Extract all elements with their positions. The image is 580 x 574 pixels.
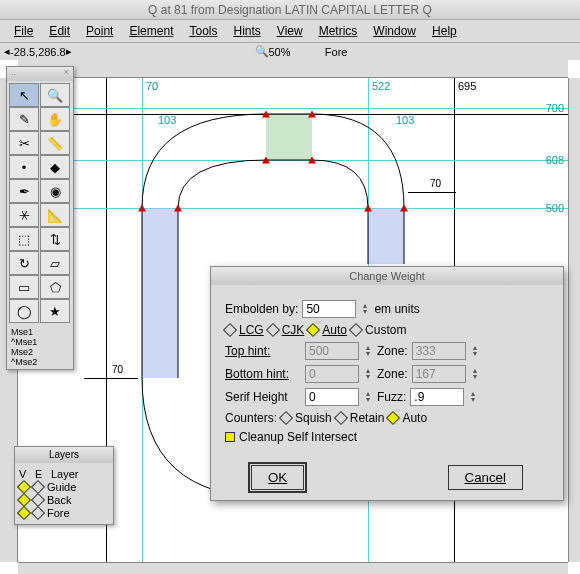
control-point[interactable] [364, 205, 372, 212]
radio-label[interactable]: Squish [295, 411, 332, 425]
menu-metrics[interactable]: Metrics [313, 22, 364, 40]
toolbox-titlebar[interactable]: ..× [7, 67, 73, 81]
menu-hints[interactable]: Hints [228, 22, 267, 40]
menu-file[interactable]: File [8, 22, 39, 40]
freehand-tool[interactable]: ✎ [9, 107, 39, 131]
change-weight-dialog[interactable]: Change Weight Embolden by: ▴▾ em units L… [210, 266, 564, 501]
star-tool[interactable]: ★ [40, 299, 70, 323]
radio-auto[interactable] [306, 323, 320, 337]
scrollbar-horizontal[interactable] [18, 562, 568, 574]
control-point[interactable] [174, 205, 182, 212]
spinner-icon[interactable]: ▴▾ [470, 368, 480, 380]
cleanup-label[interactable]: Cleanup Self Intersect [239, 430, 357, 444]
units-label: em units [374, 302, 419, 316]
embolden-input[interactable] [302, 300, 356, 318]
rotate-tool[interactable]: ↻ [9, 251, 39, 275]
radio-label[interactable]: Auto [402, 411, 427, 425]
spiro-tool[interactable]: ◉ [40, 179, 70, 203]
menu-edit[interactable]: Edit [43, 22, 76, 40]
layers-palette[interactable]: Layers V E Layer Guide Back Fore [14, 446, 114, 525]
ruler-horizontal[interactable] [18, 60, 568, 78]
radio-label[interactable]: Custom [365, 323, 406, 337]
layer-name: Back [47, 494, 71, 506]
pointer-tool[interactable]: ↖ [9, 83, 39, 107]
layers-header: V E Layer [19, 468, 109, 480]
control-point[interactable] [262, 111, 270, 118]
radio-custom[interactable] [349, 323, 363, 337]
magnify-tool[interactable]: 🔍 [40, 83, 70, 107]
measure-tool[interactable]: 📏 [40, 131, 70, 155]
knife-tool[interactable]: ⚹ [9, 203, 39, 227]
poly-tool[interactable]: ⬠ [40, 275, 70, 299]
radio-auto-counter[interactable] [386, 411, 400, 425]
layer-row-fore[interactable]: Fore [19, 507, 109, 519]
add-point-tool[interactable]: • [9, 155, 39, 179]
menubar: File Edit Point Element Tools Hints View… [0, 20, 580, 42]
ruler-tool[interactable]: 📐 [40, 203, 70, 227]
spinner-icon[interactable]: ▴▾ [363, 368, 373, 380]
pen-tool[interactable]: ✒ [9, 179, 39, 203]
embolden-label: Embolden by: [225, 302, 298, 316]
bottom-hint-label: Bottom hint: [225, 367, 301, 381]
spinner-icon[interactable]: ▴▾ [468, 391, 478, 403]
zoom-out-icon[interactable]: 🔍 [255, 45, 269, 58]
top-zone-input [412, 342, 466, 360]
radio-label[interactable]: LCG [239, 323, 264, 337]
radio-label[interactable]: Auto [322, 323, 347, 337]
cut-tool[interactable]: ✂ [9, 131, 39, 155]
layer-name: Fore [47, 507, 70, 519]
zone-label: Zone: [377, 344, 408, 358]
editable-toggle[interactable] [31, 506, 45, 520]
radio-squish[interactable] [279, 411, 293, 425]
control-point[interactable] [138, 205, 146, 212]
rect-tool[interactable]: ▭ [9, 275, 39, 299]
arrow-label: 70 [112, 364, 123, 375]
flip-tool[interactable]: ⇅ [40, 227, 70, 251]
serif-input[interactable] [305, 388, 359, 406]
top-hint-label: Top hint: [225, 344, 301, 358]
menu-view[interactable]: View [271, 22, 309, 40]
ellipse-tool[interactable]: ◯ [9, 299, 39, 323]
menu-help[interactable]: Help [426, 22, 463, 40]
control-point[interactable] [308, 157, 316, 164]
cleanup-checkbox[interactable] [225, 432, 235, 442]
radio-label[interactable]: CJK [282, 323, 305, 337]
hand-tool[interactable]: ✋ [40, 107, 70, 131]
visible-toggle[interactable] [17, 506, 31, 520]
dialog-title[interactable]: Change Weight [211, 267, 563, 285]
control-point[interactable] [400, 205, 408, 212]
layer-row-back[interactable]: Back [19, 494, 109, 506]
menu-tools[interactable]: Tools [183, 22, 223, 40]
spinner-icon[interactable]: ▴▾ [363, 391, 373, 403]
spinner-icon[interactable]: ▴▾ [360, 303, 370, 315]
window-title: Q at 81 from Designation LATIN CAPITAL L… [0, 0, 580, 20]
menu-point[interactable]: Point [80, 22, 119, 40]
radio-retain[interactable] [334, 411, 348, 425]
layers-title[interactable]: Layers [15, 447, 113, 463]
scrollbar-vertical[interactable] [568, 78, 580, 562]
spinner-icon[interactable]: ▴▾ [363, 345, 373, 357]
cancel-button[interactable]: Cancel [448, 465, 524, 490]
menu-window[interactable]: Window [367, 22, 422, 40]
control-point[interactable] [308, 111, 316, 118]
add-hv-tool[interactable]: ◆ [40, 155, 70, 179]
menu-element[interactable]: Element [123, 22, 179, 40]
control-point[interactable] [262, 157, 270, 164]
cursor-coords: -28.5,286.8 [10, 46, 66, 58]
toolbox-palette[interactable]: ..× ↖ 🔍 ✎ ✋ ✂ 📏 • ◆ ✒ ◉ ⚹ 📐 ⬚ ⇅ ↻ ▱ ▭ ⬠ … [6, 66, 74, 370]
close-icon[interactable]: × [64, 67, 69, 81]
nav-right-icon[interactable]: ▸ [66, 45, 72, 58]
radio-lcg[interactable] [223, 323, 237, 337]
radio-cjk[interactable] [266, 323, 280, 337]
layer-name: Guide [47, 481, 76, 493]
spinner-icon[interactable]: ▴▾ [470, 345, 480, 357]
fuzz-input[interactable] [410, 388, 464, 406]
serif-label: Serif Height [225, 390, 301, 404]
arrow-label: 70 [430, 178, 441, 189]
radio-label[interactable]: Retain [350, 411, 385, 425]
layer-row-guide[interactable]: Guide [19, 481, 109, 493]
measure-arrow [84, 378, 138, 379]
ok-button[interactable]: OK [251, 465, 304, 490]
scale-tool[interactable]: ⬚ [9, 227, 39, 251]
skew-tool[interactable]: ▱ [40, 251, 70, 275]
